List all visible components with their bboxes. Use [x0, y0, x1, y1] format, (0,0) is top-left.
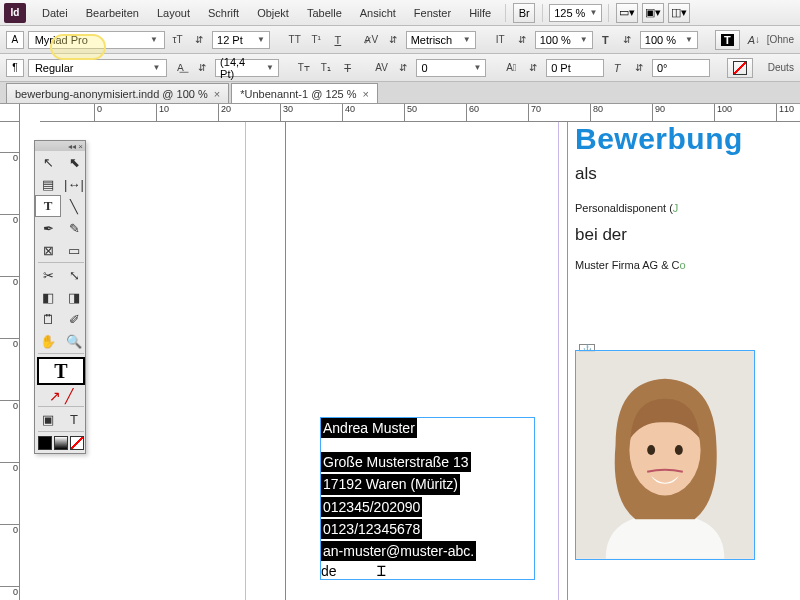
- font-size-icon: τT: [169, 31, 187, 49]
- allcaps-icon[interactable]: TT: [286, 31, 304, 49]
- menu-schrift[interactable]: Schrift: [200, 3, 247, 23]
- ruler-origin[interactable]: [0, 104, 20, 122]
- type-tool[interactable]: T: [35, 195, 61, 217]
- fill-stroke-proxy[interactable]: T: [37, 357, 85, 385]
- svg-point-2: [647, 445, 655, 455]
- fill-t-button[interactable]: T: [715, 30, 740, 50]
- stepper-icon[interactable]: ⇵: [618, 31, 636, 49]
- svg-point-3: [675, 445, 683, 455]
- doc-tab-1[interactable]: bewerbung-anonymisiert.indd @ 100 %×: [6, 83, 229, 103]
- menu-datei[interactable]: Datei: [34, 3, 76, 23]
- vertical-ruler[interactable]: 0 0 0 0 0 0 0 0: [0, 122, 20, 600]
- stepper-icon[interactable]: ⇵: [394, 59, 412, 77]
- apply-color[interactable]: [38, 436, 52, 450]
- leading-dropdown[interactable]: (14,4 Pt)▼: [215, 59, 279, 77]
- menu-layout[interactable]: Layout: [149, 3, 198, 23]
- stepper-icon[interactable]: ⇵: [524, 59, 542, 77]
- pen-tool[interactable]: ✒: [35, 217, 61, 239]
- formatting-text[interactable]: T: [61, 408, 87, 430]
- view-mode-button[interactable]: ▭▾: [616, 3, 638, 23]
- scissors-tool[interactable]: ✂: [35, 264, 61, 286]
- rect-tool[interactable]: ▭: [61, 239, 87, 261]
- canvas[interactable]: Bewerbung als Personaldisponent (J bei d…: [20, 122, 800, 600]
- underline-icon[interactable]: T: [329, 31, 347, 49]
- guide[interactable]: [245, 122, 246, 600]
- bridge-button[interactable]: Br: [513, 3, 535, 23]
- separator: [542, 4, 543, 22]
- gradient-feather-tool[interactable]: ◨: [61, 286, 87, 308]
- stepper-icon[interactable]: ⇵: [630, 59, 648, 77]
- direct-selection-tool[interactable]: ⬉: [61, 151, 87, 173]
- stepper-icon[interactable]: ⇵: [384, 31, 402, 49]
- guide[interactable]: [558, 122, 559, 600]
- subscript-icon[interactable]: T₁: [317, 59, 335, 77]
- kerning-dropdown[interactable]: Metrisch▼: [406, 31, 476, 49]
- font-family-dropdown[interactable]: Myriad Pro▼: [28, 31, 165, 49]
- font-size-dropdown[interactable]: 12 Pt▼: [212, 31, 270, 49]
- screen-mode-button[interactable]: ▣▾: [642, 3, 664, 23]
- zoom-tool[interactable]: 🔍: [61, 330, 87, 352]
- stepper-icon[interactable]: ⇵: [513, 31, 531, 49]
- margin-guide[interactable]: [285, 122, 286, 600]
- street-line: Große Musterstraße 13: [321, 452, 471, 472]
- title-block: Bewerbung als Personaldisponent (J bei d…: [575, 122, 800, 274]
- hand-tool[interactable]: ✋: [35, 330, 61, 352]
- zoom-value: 125 %: [554, 7, 585, 19]
- doc-tab-2[interactable]: *Unbenannt-1 @ 125 %×: [231, 83, 378, 103]
- column-guide[interactable]: [567, 122, 568, 600]
- menu-tabelle[interactable]: Tabelle: [299, 3, 350, 23]
- tools-panel[interactable]: ◂◂ × ↖ ⬉ ▤ |↔| T ╲ ✒ ✎ ⊠ ▭ ✂ ⤡ ◧ ◨ 🗒 ✐ ✋…: [34, 140, 86, 454]
- character-mode-icon[interactable]: A: [6, 31, 24, 49]
- email-end: de: [321, 563, 337, 579]
- paragraph-mode-icon[interactable]: ¶: [6, 59, 24, 77]
- superscript-icon[interactable]: T¹: [307, 31, 325, 49]
- formatting-container[interactable]: ▣: [35, 408, 61, 430]
- doc-title: Bewerbung: [575, 122, 800, 156]
- stepper-icon[interactable]: ⇵: [190, 31, 208, 49]
- swap-fill-stroke[interactable]: ↗ ╱: [35, 387, 87, 405]
- control-panel-row1: A Myriad Pro▼ τT ⇵ 12 Pt▼ TT T¹ T A̷V ⇵ …: [0, 26, 800, 54]
- apply-none[interactable]: [70, 436, 84, 450]
- eyedropper-tool[interactable]: ✐: [61, 308, 87, 330]
- no-fill-button[interactable]: [727, 58, 753, 78]
- close-icon[interactable]: ×: [214, 88, 220, 100]
- stepper-icon[interactable]: ⇵: [193, 59, 211, 77]
- char-style-icon[interactable]: A↓: [745, 31, 763, 49]
- page-tool[interactable]: ▤: [35, 173, 61, 195]
- menu-bearbeiten[interactable]: Bearbeiten: [78, 3, 147, 23]
- zoom-level[interactable]: 125 %▼: [549, 4, 602, 22]
- at-line: bei der: [575, 225, 800, 245]
- tracking-dropdown[interactable]: 0▼: [416, 59, 486, 77]
- apply-gradient[interactable]: [54, 436, 68, 450]
- arrange-button[interactable]: ◫▾: [668, 3, 690, 23]
- horizontal-ruler[interactable]: 0 10 20 30 40 50 60 70 80 90 100 110: [40, 104, 800, 122]
- font-style-dropdown[interactable]: Regular▼: [28, 59, 167, 77]
- company-line: Muster Firma AG & Co: [575, 251, 800, 274]
- skew-field[interactable]: 0°: [652, 59, 710, 77]
- free-transform-tool[interactable]: ⤡: [61, 264, 87, 286]
- gradient-swatch-tool[interactable]: ◧: [35, 286, 61, 308]
- menu-objekt[interactable]: Objekt: [249, 3, 297, 23]
- line-tool[interactable]: ╲: [61, 195, 87, 217]
- vscale-dropdown[interactable]: 100 %▼: [535, 31, 593, 49]
- strikethrough-icon[interactable]: T: [339, 59, 357, 77]
- menu-hilfe[interactable]: Hilfe: [461, 3, 499, 23]
- language-label[interactable]: Deuts: [768, 62, 794, 73]
- document-tabs: bewerbung-anonymisiert.indd @ 100 %× *Un…: [0, 82, 800, 104]
- default-colors[interactable]: [35, 433, 87, 453]
- baseline-field[interactable]: 0 Pt: [546, 59, 604, 77]
- photo-frame[interactable]: [575, 350, 755, 560]
- note-tool[interactable]: 🗒: [35, 308, 61, 330]
- menu-fenster[interactable]: Fenster: [406, 3, 459, 23]
- hscale-dropdown[interactable]: 100 %▼: [640, 31, 698, 49]
- selection-tool[interactable]: ↖: [35, 151, 61, 173]
- close-icon[interactable]: ×: [363, 88, 369, 100]
- smallcaps-icon[interactable]: Tᴛ: [295, 59, 313, 77]
- panel-header[interactable]: ◂◂ ×: [35, 141, 85, 151]
- pencil-tool[interactable]: ✎: [61, 217, 87, 239]
- tracking-icon: AV: [373, 59, 391, 77]
- menu-ansicht[interactable]: Ansicht: [352, 3, 404, 23]
- gap-tool[interactable]: |↔|: [61, 173, 87, 195]
- rect-frame-tool[interactable]: ⊠: [35, 239, 61, 261]
- contact-text-frame[interactable]: Andrea Muster Große Musterstraße 13 1719…: [320, 417, 535, 580]
